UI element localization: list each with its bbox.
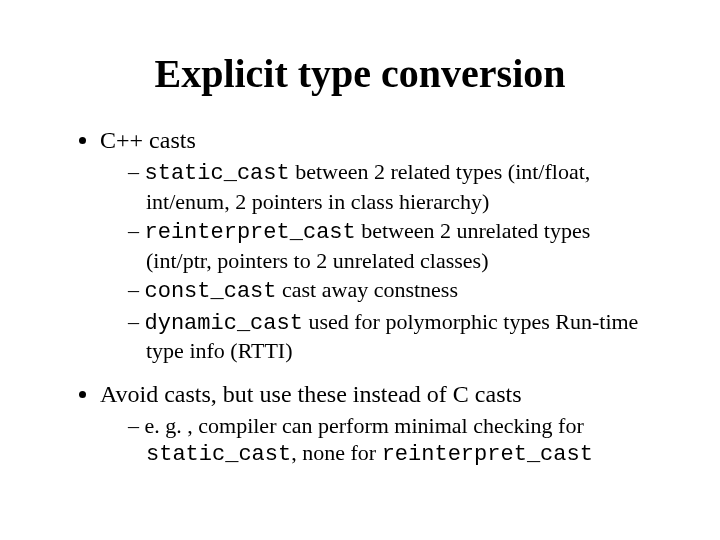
list-item: reinterpret_cast between 2 unrelated typ… — [128, 217, 660, 274]
bullet-avoid-casts: Avoid casts, but use these instead of C … — [100, 381, 660, 469]
cast-list: static_cast between 2 related types (int… — [100, 158, 660, 365]
text: cast away constness — [277, 277, 458, 302]
text: e. g. , compiler can perform minimal che… — [145, 413, 584, 438]
slide: Explicit type conversion C++ casts stati… — [0, 0, 720, 540]
bullet-cpp-casts: C++ casts static_cast between 2 related … — [100, 127, 660, 365]
page-title: Explicit type conversion — [60, 50, 660, 97]
code-static-cast: static_cast — [145, 161, 290, 186]
text: , none for — [291, 440, 381, 465]
list-item: const_cast cast away constness — [128, 276, 660, 306]
bullet-list: C++ casts static_cast between 2 related … — [60, 127, 660, 469]
code-dynamic-cast: dynamic_cast — [145, 311, 303, 336]
code-const-cast: const_cast — [145, 279, 277, 304]
note-list: e. g. , compiler can perform minimal che… — [100, 412, 660, 469]
list-item: dynamic_cast used for polymorphic types … — [128, 308, 660, 365]
code-reinterpret-cast: reinterpret_cast — [382, 442, 593, 467]
list-item: e. g. , compiler can perform minimal che… — [128, 412, 660, 469]
code-static-cast: static_cast — [146, 442, 291, 467]
bullet-label: C++ casts — [100, 127, 196, 153]
code-reinterpret-cast: reinterpret_cast — [145, 220, 356, 245]
list-item: static_cast between 2 related types (int… — [128, 158, 660, 215]
bullet-label: Avoid casts, but use these instead of C … — [100, 381, 521, 407]
